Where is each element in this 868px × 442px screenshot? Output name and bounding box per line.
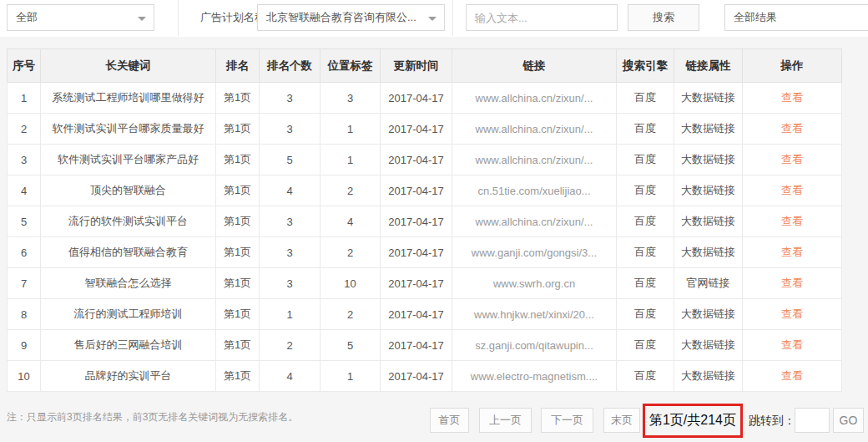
cell-rank: 第1页 <box>216 299 260 330</box>
chevron-down-icon <box>138 17 146 21</box>
cell-position-label: 2 <box>320 299 381 330</box>
view-link[interactable]: 查看 <box>781 184 803 196</box>
header-engine: 搜索引擎 <box>617 49 674 83</box>
cell-rank: 第1页 <box>216 330 260 361</box>
cell-rank-count: 5 <box>260 145 320 175</box>
cell-engine: 百度 <box>617 361 674 392</box>
cell-engine: 百度 <box>617 145 674 175</box>
cell-position-label: 4 <box>320 206 381 237</box>
go-button[interactable]: GO <box>833 408 864 433</box>
cell-updated: 2017-04-17 <box>381 206 452 237</box>
header-updated: 更新时间 <box>381 49 452 83</box>
view-link[interactable]: 查看 <box>781 91 803 104</box>
cell-updated: 2017-04-17 <box>381 361 452 392</box>
action-cell: 查看 <box>743 237 842 268</box>
cell-rank: 第1页 <box>216 268 260 299</box>
pagination-first-button[interactable]: 首页 <box>430 408 469 433</box>
cell-keyword: 系统测试工程师培训哪里做得好 <box>41 83 216 114</box>
result-filter-dropdown[interactable]: 全部结果 <box>724 4 868 31</box>
filter-dropdown[interactable]: 全部 <box>7 4 154 31</box>
header-position-label: 位置标签 <box>320 49 381 83</box>
cell-engine: 百度 <box>617 330 674 361</box>
cell-link: www.hnjkw.net/xinxi/20... <box>452 299 617 330</box>
cell-position-label: 2 <box>320 237 381 268</box>
cell-keyword: 值得相信的智联融合教育 <box>41 237 216 268</box>
action-cell: 查看 <box>743 330 842 361</box>
cell-updated: 2017-04-17 <box>381 83 452 114</box>
table-row: 10品牌好的实训平台第1页412017-04-17www.electro-mag… <box>8 361 842 392</box>
top-toolbar: 全部 广告计划名称： 北京智联融合教育咨询有限公... 搜索 全部结果 <box>0 0 868 37</box>
cell-updated: 2017-04-17 <box>381 145 452 175</box>
table-header-row: 序号 长关键词 排名 排名个数 位置标签 更新时间 链接 搜索引擎 链接属性 操… <box>8 49 842 83</box>
cell-index: 5 <box>8 206 41 237</box>
plan-dropdown[interactable]: 北京智联融合教育咨询有限公... <box>257 4 445 31</box>
cell-link-attr: 大数据链接 <box>674 114 743 145</box>
pagination-last-button[interactable]: 末页 <box>603 408 640 433</box>
cell-link-attr: 大数据链接 <box>674 330 743 361</box>
cell-keyword: 软件测试实训平台哪家产品好 <box>41 145 216 175</box>
header-index: 序号 <box>8 49 41 83</box>
view-link[interactable]: 查看 <box>781 307 803 320</box>
cell-keyword: 智联融合怎么选择 <box>41 268 216 299</box>
cell-keyword: 软件测试实训平台哪家质量最好 <box>41 114 216 145</box>
cell-link: cn.51tie.com/xuelijiao... <box>452 175 617 206</box>
cell-position-label: 3 <box>320 83 381 114</box>
cell-rank-count: 3 <box>260 268 320 299</box>
cell-keyword: 顶尖的智联融合 <box>41 175 216 206</box>
cell-position-label: 10 <box>320 268 381 299</box>
cell-position-label: 1 <box>320 145 381 175</box>
cell-rank-count: 3 <box>260 206 320 237</box>
view-link[interactable]: 查看 <box>781 122 803 135</box>
cell-keyword: 流行的软件测试实训平台 <box>41 206 216 237</box>
header-keyword: 长关键词 <box>41 49 216 83</box>
pagination-next-button[interactable]: 下一页 <box>541 408 593 433</box>
cell-link: www.electro-magnetism.... <box>452 361 617 392</box>
view-link[interactable]: 查看 <box>781 338 803 351</box>
cell-updated: 2017-04-17 <box>381 175 452 206</box>
view-link[interactable]: 查看 <box>781 246 803 258</box>
cell-position-label: 1 <box>320 361 381 392</box>
header-rank-count: 排名个数 <box>260 49 320 83</box>
cell-updated: 2017-04-17 <box>381 114 452 145</box>
cell-link: sz.ganji.com/qitawupin... <box>452 330 617 361</box>
page-info-text: 第1页/共214页 <box>649 412 736 429</box>
cell-rank-count: 3 <box>260 114 320 145</box>
view-link[interactable]: 查看 <box>781 215 803 227</box>
cell-rank: 第1页 <box>216 175 260 206</box>
cell-rank: 第1页 <box>216 206 260 237</box>
cell-updated: 2017-04-17 <box>381 237 452 268</box>
cell-engine: 百度 <box>617 114 674 145</box>
cell-link: www.ganji.com/gongsi/3... <box>452 237 617 268</box>
cell-keyword: 品牌好的实训平台 <box>41 361 216 392</box>
cell-keyword: 流行的测试工程师培训 <box>41 299 216 330</box>
toolbar-divider <box>452 0 453 36</box>
header-action: 操作 <box>743 49 842 83</box>
cell-index: 4 <box>8 175 41 206</box>
search-button[interactable]: 搜索 <box>628 4 699 31</box>
action-cell: 查看 <box>743 206 842 237</box>
cell-rank-count: 1 <box>260 299 320 330</box>
search-input[interactable] <box>466 4 618 31</box>
jump-page-input[interactable] <box>795 408 830 433</box>
header-link-attr: 链接属性 <box>674 49 743 83</box>
action-cell: 查看 <box>743 361 842 392</box>
table-row: 1系统测试工程师培训哪里做得好第1页332017-04-17www.allchi… <box>8 83 842 114</box>
cell-rank-count: 2 <box>260 330 320 361</box>
cell-index: 1 <box>8 83 41 114</box>
cell-engine: 百度 <box>617 268 674 299</box>
pagination-prev-button[interactable]: 上一页 <box>479 408 532 433</box>
cell-link-attr: 大数据链接 <box>674 206 743 237</box>
cell-link-attr: 大数据链接 <box>674 299 743 330</box>
cell-link: www.allchina.cn/zixun/... <box>452 114 617 145</box>
cell-index: 9 <box>8 330 41 361</box>
cell-index: 7 <box>8 268 41 299</box>
view-link[interactable]: 查看 <box>781 369 803 382</box>
cell-updated: 2017-04-17 <box>381 330 452 361</box>
view-link[interactable]: 查看 <box>781 277 803 289</box>
cell-rank-count: 3 <box>260 83 320 114</box>
view-link[interactable]: 查看 <box>781 153 803 165</box>
header-link: 链接 <box>452 49 617 83</box>
action-cell: 查看 <box>743 83 842 114</box>
cell-link: www.allchina.cn/zixun/... <box>452 206 617 237</box>
cell-rank-count: 4 <box>260 175 320 206</box>
